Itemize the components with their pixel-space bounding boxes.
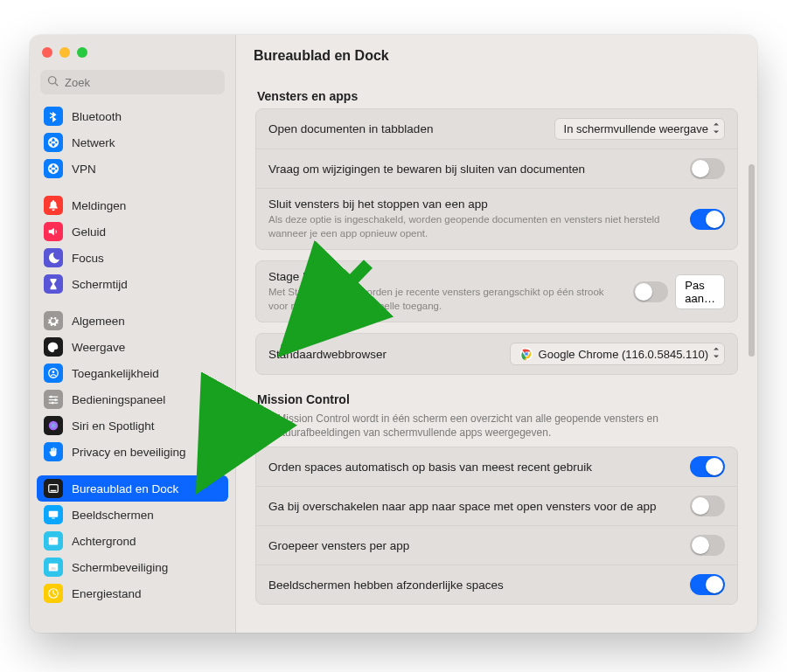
sidebar-item-wallpaper[interactable]: Achtergrond — [37, 528, 228, 554]
page-title: Bureaublad en Dock — [236, 35, 757, 77]
bell-icon — [44, 196, 63, 215]
svg-point-4 — [52, 402, 54, 405]
sidebar-item-label: Focus — [72, 252, 104, 265]
sidebar-item-energy[interactable]: Energiestand — [37, 580, 228, 606]
stage-manager-label: Stage Manager Met Stage Manager worden j… — [268, 270, 621, 313]
sidebar-item-privacy[interactable]: Privacy en beveiliging — [37, 439, 228, 465]
separate-spaces-toggle[interactable] — [690, 574, 725, 595]
open-docs-select[interactable]: In schermvullende weergave — [554, 118, 725, 140]
sidebar-item-accessibility[interactable]: Toegankelijkheid — [37, 360, 228, 386]
sidebar-item-label: Bureaublad en Dock — [72, 482, 178, 495]
section-heading-windows-apps: Vensters en apps — [257, 89, 738, 103]
chrome-icon — [519, 347, 533, 361]
sidebar-list: BluetoothNetwerkVPNMeldingenGeluidFocusS… — [30, 103, 235, 633]
window-controls — [30, 35, 235, 65]
wallpaper-icon — [44, 531, 63, 551]
settings-window: BluetoothNetwerkVPNMeldingenGeluidFocusS… — [30, 35, 757, 633]
chevron-updown-icon — [713, 348, 720, 361]
chevron-updown-icon — [713, 122, 720, 135]
svg-point-3 — [54, 398, 57, 401]
search-input[interactable] — [65, 76, 218, 89]
open-docs-value: In schermvullende weergave — [564, 122, 708, 135]
default-browser-select[interactable]: Google Chrome (116.0.5845.110) — [510, 343, 725, 365]
svg-point-11 — [51, 538, 52, 540]
windows-apps-card: Open documenten in tabbladen In schermvu… — [255, 108, 738, 250]
svg-point-2 — [50, 396, 52, 398]
close-window-button[interactable] — [42, 47, 52, 58]
sidebar-item-vpn[interactable]: VPN — [37, 156, 228, 182]
svg-point-17 — [525, 353, 527, 356]
sidebar-item-label: Bedieningspaneel — [72, 393, 165, 406]
moon-icon — [44, 248, 63, 267]
settings-body: Vensters en apps Open documenten in tabb… — [236, 77, 757, 633]
screensaver-icon — [44, 558, 63, 577]
sidebar-item-appearance[interactable]: Weergave — [37, 334, 228, 360]
sidebar-item-siri[interactable]: Siri en Spotlight — [37, 412, 228, 439]
bluetooth-icon — [44, 107, 63, 126]
stage-manager-toggle[interactable] — [633, 281, 668, 302]
switch-space-toggle[interactable] — [690, 495, 725, 516]
globe-icon — [44, 133, 63, 152]
appearance-icon — [44, 337, 63, 357]
zoom-window-button[interactable] — [77, 47, 87, 58]
sidebar-item-label: Beeldschermen — [72, 509, 154, 522]
hourglass-icon — [44, 274, 63, 294]
close-windows-sub: Als deze optie is ingeschakeld, worden g… — [268, 213, 678, 240]
siri-icon — [44, 416, 63, 435]
sidebar-item-label: VPN — [72, 163, 96, 176]
close-windows-toggle[interactable] — [690, 209, 725, 230]
sidebar-item-screentime[interactable]: Schermtijd — [37, 271, 228, 297]
globe-icon — [44, 159, 63, 178]
sidebar-item-notifications[interactable]: Meldingen — [37, 192, 228, 218]
sidebar-item-label: Energiestand — [72, 587, 142, 600]
group-windows-toggle[interactable] — [690, 535, 725, 556]
search-icon — [47, 75, 65, 90]
search-field[interactable] — [40, 70, 225, 94]
default-browser-card: Standaardwebbrowser Google Chrome (116.0… — [255, 333, 738, 375]
stage-manager-card: Stage Manager Met Stage Manager worden j… — [255, 260, 738, 322]
default-browser-value: Google Chrome (116.0.5845.110) — [539, 348, 708, 361]
ask-save-label: Vraag om wijzigingen te bewaren bij slui… — [268, 163, 585, 176]
sidebar-item-bluetooth[interactable]: Bluetooth — [37, 103, 228, 129]
gear-icon — [44, 311, 63, 330]
sidebar-item-desktop[interactable]: Bureaublad en Dock — [37, 475, 228, 502]
stage-manager-sub: Met Stage Manager worden je recente vens… — [268, 286, 621, 313]
svg-point-1 — [52, 371, 55, 373]
separate-spaces-label: Beeldschermen hebben afzonderlijke space… — [268, 578, 504, 592]
sidebar-item-sound[interactable]: Geluid — [37, 218, 228, 245]
ask-save-toggle[interactable] — [690, 158, 725, 179]
sidebar-item-label: Bluetooth — [72, 110, 122, 123]
auto-spaces-label: Orden spaces automatisch op basis van me… — [268, 461, 592, 474]
sidebar-item-displays[interactable]: Beeldschermen — [37, 502, 228, 528]
sidebar-item-network[interactable]: Netwerk — [37, 129, 228, 156]
sidebar-item-label: Toegankelijkheid — [72, 367, 159, 380]
sidebar-item-controlcenter[interactable]: Bedieningspaneel — [37, 386, 228, 412]
sidebar-item-label: Schermtijd — [72, 278, 128, 291]
speaker-icon — [44, 222, 63, 241]
svg-rect-7 — [51, 490, 57, 491]
sidebar-item-label: Geluid — [72, 225, 106, 239]
svg-rect-10 — [49, 537, 59, 545]
auto-spaces-toggle[interactable] — [690, 456, 725, 477]
sidebar-item-label: Schermbeveiliging — [72, 561, 168, 574]
svg-rect-8 — [49, 511, 59, 517]
sidebar-item-screensaver[interactable]: Schermbeveiliging — [37, 554, 228, 580]
battery-icon — [44, 584, 63, 603]
svg-rect-9 — [52, 518, 55, 519]
switch-space-label: Ga bij overschakelen naar app naar space… — [268, 500, 657, 513]
scrollbar[interactable] — [749, 164, 755, 444]
sidebar-item-focus[interactable]: Focus — [37, 245, 228, 271]
stage-manager-customize-button[interactable]: Pas aan… — [675, 274, 725, 309]
section-heading-mission-control: Mission Control — [257, 392, 738, 406]
person-icon — [44, 364, 63, 383]
sidebar-item-general[interactable]: Algemeen — [37, 308, 228, 334]
sliders-icon — [44, 390, 63, 409]
mission-control-card: Orden spaces automatisch op basis van me… — [255, 447, 738, 605]
sidebar-item-label: Netwerk — [72, 136, 115, 149]
minimize-window-button[interactable] — [59, 47, 70, 58]
mission-control-sub: Met Mission Control wordt in één scherm … — [257, 412, 738, 440]
dock-icon — [44, 479, 63, 498]
sidebar-item-label: Privacy en beveiliging — [72, 446, 186, 459]
close-windows-label: Sluit vensters bij het stoppen van een a… — [268, 197, 678, 240]
sidebar-item-label: Meldingen — [72, 199, 126, 212]
